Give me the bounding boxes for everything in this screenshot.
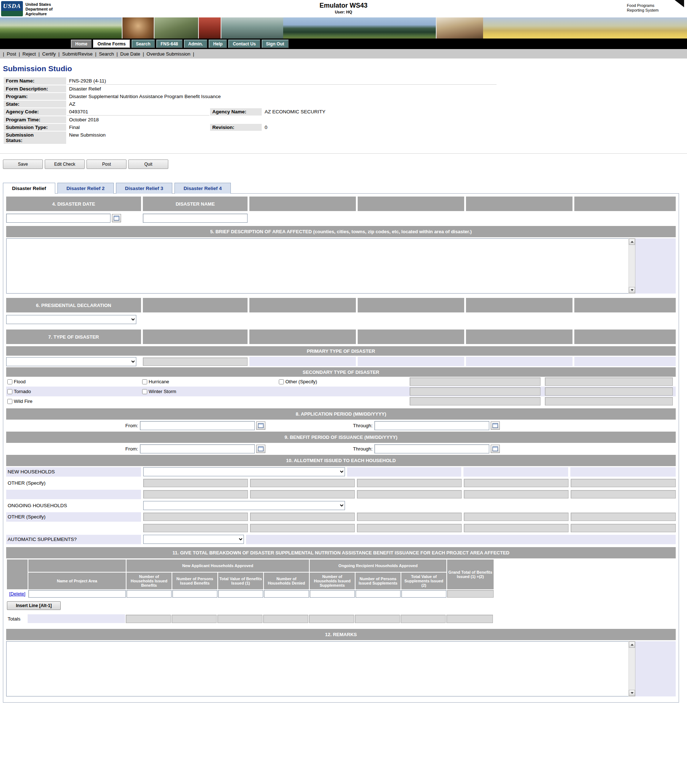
winter-storm-checkbox-label[interactable]: Winter Storm	[141, 389, 278, 394]
total-value-supplements-input[interactable]	[401, 590, 446, 598]
edit-check-button[interactable]: Edit Check	[45, 159, 85, 169]
new-households-allotment-select[interactable]	[143, 467, 345, 476]
subnav-submit-revise[interactable]: Submit/Revise	[62, 51, 93, 57]
calendar-button[interactable]	[256, 422, 265, 430]
remarks-textarea[interactable]	[6, 641, 628, 697]
nav-home[interactable]: Home	[71, 39, 92, 48]
insert-line-button[interactable]: Insert Line [Alt-1]	[7, 601, 61, 610]
households-denied-input[interactable]	[264, 590, 309, 598]
row-filler	[635, 238, 676, 294]
wild-fire-checkbox[interactable]	[7, 399, 12, 404]
disaster-name-input[interactable]	[143, 213, 248, 223]
application-from-input[interactable]	[140, 421, 255, 430]
scroll-up-icon[interactable]	[629, 641, 635, 648]
delete-column-header	[7, 559, 28, 589]
other-specify-checkbox[interactable]	[279, 379, 284, 384]
tab-disaster-relief-2[interactable]: Disaster Relief 2	[58, 183, 114, 194]
presidential-declaration-select[interactable]	[6, 315, 136, 324]
hurricane-checkbox[interactable]	[142, 379, 147, 384]
area-affected-textarea[interactable]	[6, 238, 628, 294]
subnav-post[interactable]: Post	[7, 51, 16, 57]
ongoing-households-allotment-select[interactable]	[143, 501, 345, 510]
wild-fire-checkbox-label[interactable]: Wild Fire	[6, 399, 141, 404]
benefit-through-input[interactable]	[375, 444, 489, 453]
ongoing-households-row: ONGOING HOUSEHOLDS	[6, 500, 676, 511]
tab-disaster-relief[interactable]: Disaster Relief	[3, 183, 55, 194]
calendar-icon	[493, 446, 498, 451]
other-specify-label: OTHER (Specify)	[6, 479, 141, 488]
row-filler	[347, 467, 461, 477]
flood-checkbox[interactable]	[7, 379, 12, 384]
other-specify-disabled-input	[464, 524, 569, 532]
households-issued-benefits-input[interactable]	[127, 590, 172, 598]
quit-button[interactable]: Quit	[128, 159, 168, 169]
other-specify-disabled-input	[464, 490, 569, 499]
checkbox-label: Wild Fire	[14, 399, 32, 404]
separator: |	[39, 51, 39, 57]
calendar-button[interactable]	[491, 444, 500, 453]
totals-label: Totals	[6, 616, 27, 622]
tornado-checkbox[interactable]	[7, 389, 12, 394]
disaster-date-header: 4. DISASTER DATE	[6, 197, 141, 211]
subnav-due-date[interactable]: Due Date	[120, 51, 140, 57]
textarea-scrollbar[interactable]	[628, 238, 635, 294]
main-nav: Home Online Forms Search FNS-648 Admin. …	[0, 38, 687, 49]
nav-help[interactable]: Help	[209, 39, 227, 48]
tab-disaster-relief-4[interactable]: Disaster Relief 4	[174, 183, 231, 194]
calendar-button[interactable]	[256, 444, 265, 453]
scroll-up-icon[interactable]	[629, 239, 635, 245]
secondary-other-input	[410, 377, 541, 386]
post-button[interactable]: Post	[87, 159, 127, 169]
subnav-search[interactable]: Search	[99, 51, 114, 57]
nav-admin[interactable]: Admin.	[184, 39, 207, 48]
meta-label-program-time: Program Time:	[3, 116, 66, 123]
secondary-other-input	[545, 387, 673, 395]
nav-contact-us[interactable]: Contact Us	[228, 39, 260, 48]
save-button[interactable]: Save	[3, 159, 43, 169]
calendar-button[interactable]	[491, 422, 500, 430]
total-value-benefits-input[interactable]	[218, 590, 263, 598]
tab-disaster-relief-3[interactable]: Disaster Relief 3	[116, 183, 172, 194]
calendar-button[interactable]	[112, 214, 121, 222]
winter-storm-checkbox[interactable]	[142, 389, 147, 394]
application-through-input[interactable]	[375, 421, 489, 430]
primary-disaster-type-select[interactable]	[6, 357, 136, 366]
header-spacer-cell	[574, 298, 676, 312]
subnav-reject[interactable]: Reject	[23, 51, 36, 57]
other-specify-disabled-input	[357, 490, 462, 499]
tornado-checkbox-label[interactable]: Tornado	[6, 389, 141, 394]
subnav-certify[interactable]: Certify	[42, 51, 56, 57]
nav-sign-out[interactable]: Sign Out	[262, 39, 289, 48]
header-spacer-cell	[574, 330, 676, 344]
nav-search[interactable]: Search	[131, 39, 155, 48]
col-project-area-header: Name of Project Area	[28, 572, 126, 589]
section6-header-row: 6. PRESIDENTIAL DECLARATION	[6, 298, 676, 312]
subnav-overdue-submission[interactable]: Overdue Submission	[146, 51, 191, 57]
nav-online-forms[interactable]: Online Forms	[93, 39, 130, 48]
households-issued-supplements-input[interactable]	[310, 590, 355, 598]
page-title: Submission Studio	[3, 64, 687, 73]
project-area-name-input[interactable]	[28, 590, 126, 598]
new-other-specify-row: OTHER (Specify)	[6, 477, 676, 489]
hurricane-checkbox-label[interactable]: Hurricane	[141, 379, 278, 384]
from-label: From:	[6, 446, 140, 451]
benefit-from-input[interactable]	[140, 444, 255, 453]
nav-fns-648[interactable]: FNS-648	[156, 39, 182, 48]
persons-issued-supplements-input[interactable]	[355, 590, 401, 598]
persons-issued-benefits-input[interactable]	[172, 590, 217, 598]
header-spacer-cell	[249, 197, 356, 211]
flood-checkbox-label[interactable]: Flood	[6, 379, 141, 384]
meta-label-agency-code: Agency Code:	[3, 108, 66, 115]
other-specify-checkbox-label[interactable]: Other (Specify)	[278, 379, 410, 384]
other-specify-disabled-input	[464, 513, 569, 521]
automatic-supplements-select[interactable]	[143, 535, 244, 544]
meta-label-submission-status: Submission Status:	[3, 131, 66, 144]
scroll-down-icon[interactable]	[629, 690, 635, 696]
delete-row-link[interactable]: [Delete]	[9, 591, 25, 597]
row-filler	[570, 467, 676, 477]
scroll-down-icon[interactable]	[629, 287, 635, 293]
meta-value-submission-type: Final	[67, 124, 209, 131]
textarea-scrollbar[interactable]	[628, 641, 635, 697]
meta-label-form-description: Form Description:	[3, 85, 66, 92]
disaster-date-input[interactable]	[6, 213, 110, 223]
